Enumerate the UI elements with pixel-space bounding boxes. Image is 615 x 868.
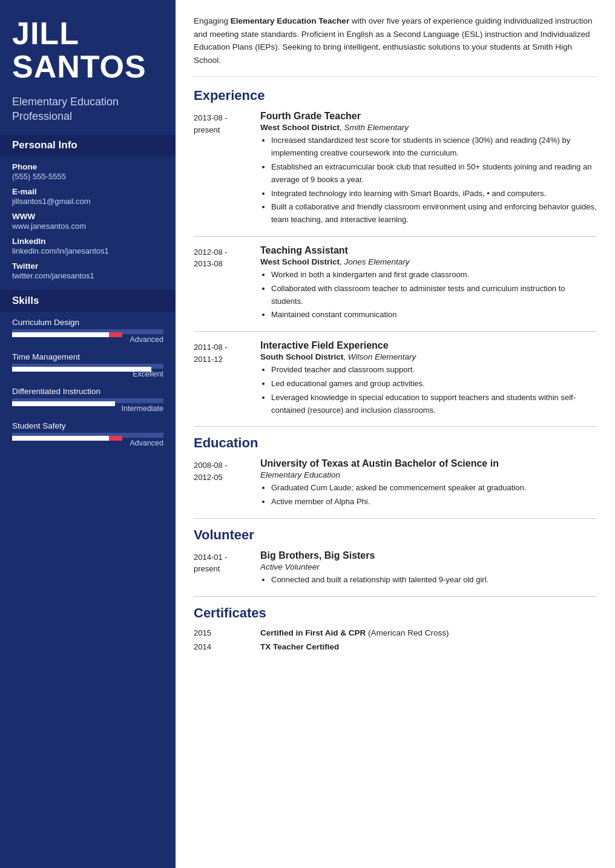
personal-info-value: jillsantos1@gmail.com <box>12 197 163 206</box>
volunteer-list: 2014-01 - presentBig Brothers, Big Siste… <box>194 550 597 588</box>
entry-subtitle: Active Volunteer <box>260 562 597 571</box>
education-title: Education <box>194 435 597 451</box>
entry-org: South School District, Wilson Elementary <box>260 352 597 361</box>
entry-title: University of Texas at Austin Bachelor o… <box>260 458 597 469</box>
main-content: Engaging Elementary Education Teacher wi… <box>176 0 615 868</box>
certificate-row: 2014TX Teacher Certified <box>194 642 597 651</box>
personal-info-value: linkedin.com/in/janesantos1 <box>12 246 163 255</box>
skill-item: Student SafetyAdvanced <box>12 421 163 447</box>
personal-info-label: WWW <box>12 212 163 221</box>
bullet-item: Graduated Cum Laude; asked be commenceme… <box>271 482 597 495</box>
skills-block: Curriculum DesignAdvancedTime Management… <box>0 318 176 462</box>
bullet-item: Provided teacher and classroom support. <box>271 364 597 376</box>
skill-name: Differentiated Instruction <box>12 387 163 396</box>
entry-date: 2014-01 - present <box>194 550 260 588</box>
personal-info-label: Twitter <box>12 261 163 271</box>
education-section: Education 2008-08 - 2012-05University of… <box>194 435 597 510</box>
personal-info-value: www.janesantos.com <box>12 222 163 231</box>
full-name: JILL SANTOS <box>12 17 163 83</box>
entry-title: Interactive Field Experience <box>260 340 597 351</box>
experience-title: Experience <box>194 88 597 104</box>
entry: 2012-08 - 2013-08Teaching AssistantWest … <box>194 245 597 323</box>
bullet-item: Built a collaborative and friendly class… <box>271 201 597 226</box>
skill-bar <box>12 398 163 403</box>
entry-date: 2011-08 - 2011-12 <box>194 340 260 418</box>
certificate-row: 2015Certified in First Aid & CPR (Americ… <box>194 628 597 637</box>
entry-date: 2012-08 - 2013-08 <box>194 245 260 323</box>
experience-section: Experience 2013-08 - presentFourth Grade… <box>194 88 597 418</box>
entry-bullets: Connected and built a relationship with … <box>260 574 597 587</box>
skill-bar <box>12 364 163 369</box>
entry-bullets: Worked in both a kindergarten and first … <box>260 269 597 321</box>
cert-text: TX Teacher Certified <box>260 642 339 651</box>
personal-info-label: Phone <box>12 162 163 171</box>
personal-info-label: E-mail <box>12 187 163 196</box>
entry: 2013-08 - presentFourth Grade TeacherWes… <box>194 111 597 228</box>
subtitle: Elementary Education Professional <box>0 89 176 134</box>
entry-title: Teaching Assistant <box>260 245 597 256</box>
entry-org: West School District, Jones Elementary <box>260 257 597 266</box>
entry: 2008-08 - 2012-05University of Texas at … <box>194 458 597 510</box>
bullet-item: Maintained constant communication <box>271 309 597 321</box>
personal-info-label: LinkedIn <box>12 237 163 246</box>
entry-content: University of Texas at Austin Bachelor o… <box>260 458 597 510</box>
cert-year: 2015 <box>194 628 260 637</box>
education-list: 2008-08 - 2012-05University of Texas at … <box>194 458 597 510</box>
bullet-item: Integrated technology into learning with… <box>271 188 597 200</box>
entry-content: Interactive Field ExperienceSouth School… <box>260 340 597 418</box>
entry: 2011-08 - 2011-12Interactive Field Exper… <box>194 340 597 418</box>
entry: 2014-01 - presentBig Brothers, Big Siste… <box>194 550 597 588</box>
bullet-item: Leveraged knowledge in special education… <box>271 392 597 417</box>
entry-content: Teaching AssistantWest School District, … <box>260 245 597 323</box>
personal-info-header: Personal Info <box>0 134 176 156</box>
skill-item: Curriculum DesignAdvanced <box>12 318 163 344</box>
certificates-title: Certificates <box>194 605 597 621</box>
entry-title: Big Brothers, Big Sisters <box>260 550 597 561</box>
entry-subtitle: Elementary Education <box>260 470 597 479</box>
bullet-item: Connected and built a relationship with … <box>271 574 597 587</box>
personal-info-block: Phone(555) 555-5555E-mailjillsantos1@gma… <box>0 162 176 284</box>
bullet-item: Established an extracurricular book club… <box>271 161 597 186</box>
name-block: JILL SANTOS <box>0 0 176 89</box>
personal-info-value: twitter.com/janesantos1 <box>12 271 163 280</box>
bullet-item: Collaborated with classroom teacher to a… <box>271 283 597 308</box>
bullet-item: Worked in both a kindergarten and first … <box>271 269 597 281</box>
skill-item: Time ManagementExcellent <box>12 352 163 378</box>
certificates-section: Certificates 2015Certified in First Aid … <box>194 605 597 651</box>
volunteer-section: Volunteer 2014-01 - presentBig Brothers,… <box>194 527 597 588</box>
entry-content: Fourth Grade TeacherWest School District… <box>260 111 597 228</box>
entry-bullets: Provided teacher and classroom support.L… <box>260 364 597 416</box>
summary: Engaging Elementary Education Teacher wi… <box>194 15 597 77</box>
skill-name: Curriculum Design <box>12 318 163 327</box>
experience-list: 2013-08 - presentFourth Grade TeacherWes… <box>194 111 597 418</box>
skill-bar <box>12 329 163 334</box>
entry-bullets: Increased standardized test score for st… <box>260 134 597 226</box>
entry-date: 2008-08 - 2012-05 <box>194 458 260 510</box>
bullet-item: Led educational games and group activiti… <box>271 378 597 390</box>
certificates-list: 2015Certified in First Aid & CPR (Americ… <box>194 628 597 651</box>
entry-bullets: Graduated Cum Laude; asked be commenceme… <box>260 482 597 508</box>
skill-name: Time Management <box>12 352 163 361</box>
entry-title: Fourth Grade Teacher <box>260 111 597 122</box>
skill-name: Student Safety <box>12 421 163 430</box>
skill-bar <box>12 433 163 438</box>
skills-header: Skills <box>0 290 176 312</box>
personal-info-value: (555) 555-5555 <box>12 172 163 181</box>
sidebar: JILL SANTOS Elementary Education Profess… <box>0 0 176 868</box>
bullet-item: Active member of Alpha Phi. <box>271 496 597 508</box>
entry-org: West School District, Smith Elementary <box>260 123 597 132</box>
entry-date: 2013-08 - present <box>194 111 260 228</box>
bullet-item: Increased standardized test score for st… <box>271 134 597 160</box>
volunteer-title: Volunteer <box>194 527 597 543</box>
cert-text: Certified in First Aid & CPR (American R… <box>260 628 449 637</box>
entry-content: Big Brothers, Big SistersActive Voluntee… <box>260 550 597 588</box>
cert-year: 2014 <box>194 642 260 651</box>
skill-item: Differentiated InstructionIntermediate <box>12 387 163 413</box>
